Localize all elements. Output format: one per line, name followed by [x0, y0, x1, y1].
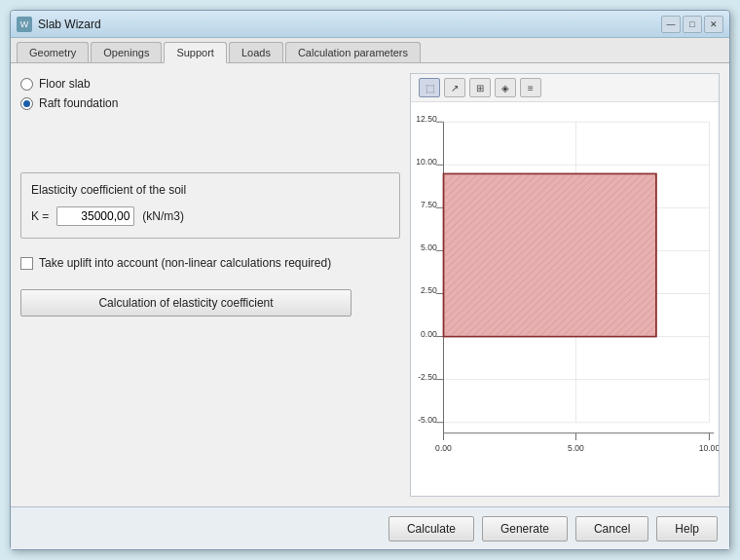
svg-text:-5.00: -5.00: [418, 415, 437, 425]
generate-button[interactable]: Generate: [482, 516, 568, 541]
svg-text:2.50: 2.50: [421, 286, 437, 296]
tab-openings[interactable]: Openings: [91, 42, 162, 62]
main-content: Floor slab Raft foundation Elasticity co…: [11, 63, 729, 506]
svg-text:0.00: 0.00: [435, 443, 452, 453]
tab-loads[interactable]: Loads: [229, 42, 283, 62]
maximize-button[interactable]: □: [683, 16, 702, 33]
soil-group: Elasticity coefficient of the soil K = (…: [20, 172, 400, 239]
close-button[interactable]: ✕: [704, 16, 723, 33]
calculate-button[interactable]: Calculate: [388, 516, 474, 541]
window-title: Slab Wizard: [38, 18, 101, 31]
main-window: W Slab Wizard — □ ✕ Geometry Openings Su…: [10, 10, 730, 550]
svg-text:0.00: 0.00: [421, 329, 437, 339]
canvas-toolbar: ⬚ ↗ ⊞ ◈ ≡: [411, 74, 719, 102]
tool-zoom[interactable]: ↗: [444, 78, 465, 97]
title-buttons: — □ ✕: [661, 16, 723, 33]
svg-text:12.50: 12.50: [416, 114, 437, 124]
tab-calc-params[interactable]: Calculation parameters: [285, 42, 421, 62]
k-label: K =: [31, 209, 49, 223]
app-icon: W: [17, 17, 32, 32]
tool-grid[interactable]: ⊞: [469, 78, 491, 97]
title-bar-left: W Slab Wizard: [17, 17, 101, 32]
radio-raft-foundation[interactable]: Raft foundation: [20, 96, 400, 110]
support-type-group: Floor slab Raft foundation: [20, 73, 400, 114]
uplift-checkbox-label: Take uplift into account (non-linear cal…: [39, 256, 331, 270]
radio-label-floor-slab: Floor slab: [39, 77, 91, 91]
calc-elasticity-button[interactable]: Calculation of elasticity coefficient: [20, 289, 352, 317]
tool-filter[interactable]: ◈: [495, 78, 516, 97]
right-panel: ⬚ ↗ ⊞ ◈ ≡ 12.50 10.00 7.50 5.00 2.50 0.0…: [410, 73, 720, 497]
title-bar: W Slab Wizard — □ ✕: [11, 11, 729, 38]
radio-circle-floor-slab: [20, 78, 33, 91]
tab-bar: Geometry Openings Support Loads Calculat…: [11, 38, 729, 63]
k-unit: (kN/m3): [142, 209, 184, 223]
radio-label-raft-foundation: Raft foundation: [39, 96, 118, 110]
raft-hatch: [444, 173, 656, 336]
svg-text:5.00: 5.00: [421, 243, 437, 253]
uplift-checkbox[interactable]: [20, 257, 33, 270]
tool-select[interactable]: ⬚: [419, 78, 440, 97]
k-input[interactable]: [56, 206, 134, 226]
left-panel: Floor slab Raft foundation Elasticity co…: [20, 73, 400, 497]
chart-svg: 12.50 10.00 7.50 5.00 2.50 0.00 -2.50 -5…: [411, 102, 719, 496]
canvas-area: 12.50 10.00 7.50 5.00 2.50 0.00 -2.50 -5…: [411, 102, 719, 496]
k-row: K = (kN/m3): [31, 205, 389, 228]
svg-text:7.50: 7.50: [421, 201, 437, 210]
svg-text:-2.50: -2.50: [418, 372, 437, 382]
uplift-checkbox-row[interactable]: Take uplift into account (non-linear cal…: [20, 256, 400, 270]
cancel-button[interactable]: Cancel: [575, 516, 648, 541]
soil-group-title: Elasticity coefficient of the soil: [31, 183, 389, 197]
tab-geometry[interactable]: Geometry: [17, 42, 89, 62]
radio-floor-slab[interactable]: Floor slab: [20, 77, 400, 91]
tool-lines[interactable]: ≡: [520, 78, 541, 97]
tab-support[interactable]: Support: [164, 42, 227, 63]
svg-text:5.00: 5.00: [568, 443, 584, 453]
footer: Calculate Generate Cancel Help: [11, 506, 729, 549]
minimize-button[interactable]: —: [661, 16, 681, 33]
svg-text:10.00: 10.00: [699, 443, 719, 453]
radio-circle-raft-foundation: [20, 97, 33, 110]
help-button[interactable]: Help: [656, 516, 718, 541]
svg-text:10.00: 10.00: [416, 157, 437, 167]
